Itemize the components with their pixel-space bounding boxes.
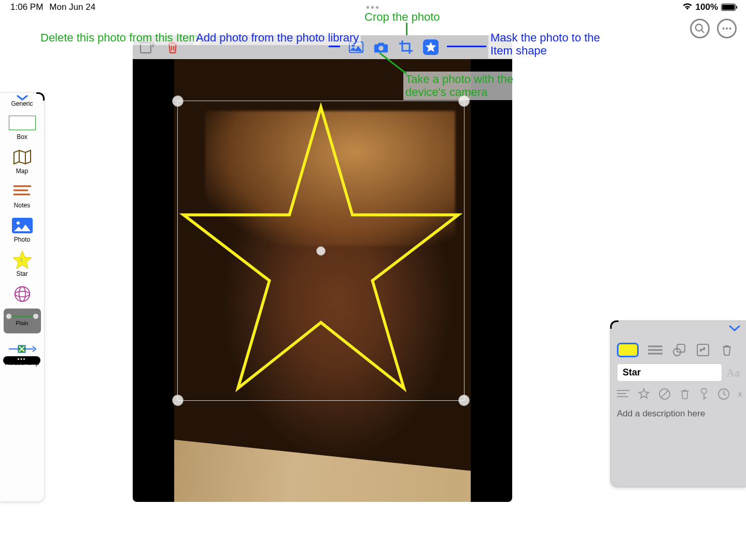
svg-line-1	[701, 30, 705, 33]
crop-handle-top-left[interactable]	[172, 95, 184, 107]
svg-line-37	[661, 390, 668, 398]
arrange-button[interactable]	[696, 343, 710, 357]
favorite-button[interactable]	[638, 387, 650, 401]
star-icon: ☾	[8, 251, 37, 268]
relationship-icon	[8, 341, 37, 357]
palette-item-label: Notes	[14, 202, 30, 209]
svg-point-0	[696, 24, 702, 31]
palette-item-label: Map	[16, 167, 28, 175]
inspector-panel: Star Aa x Add a description here	[610, 320, 746, 487]
palette-item-photo[interactable]: Photo	[4, 217, 41, 243]
description-field[interactable]: Add a description here	[617, 409, 740, 419]
battery-percent: 100%	[696, 2, 718, 12]
shape-button[interactable]	[672, 343, 686, 357]
palette-item-label: Star	[16, 270, 27, 277]
align-button[interactable]	[617, 387, 629, 401]
svg-point-3	[726, 27, 728, 30]
svg-point-20	[15, 291, 29, 297]
battery-icon	[721, 4, 736, 11]
annotation-camera: Take a photo with the device's camera	[403, 72, 528, 100]
inspector-collapse-button[interactable]	[728, 324, 741, 334]
wifi-icon	[682, 2, 693, 12]
status-date: Mon Jun 24	[49, 2, 95, 12]
map-icon	[8, 149, 37, 165]
svg-line-42	[379, 53, 406, 74]
history-button[interactable]	[717, 387, 730, 401]
key-button[interactable]	[699, 387, 709, 401]
palette-item-box[interactable]: Box	[4, 115, 41, 141]
item-palette: Generic Box Map Notes Photo ☾ Star •••	[0, 92, 45, 502]
crop-handle-bottom-left[interactable]	[172, 395, 184, 406]
text-style-button[interactable]: Aa	[726, 366, 740, 380]
line-style-button[interactable]	[648, 343, 663, 357]
notes-icon	[8, 183, 37, 200]
item-name-field[interactable]: Star	[617, 363, 722, 382]
svg-text:☾: ☾	[20, 258, 24, 263]
palette-category-label: Generic	[11, 100, 33, 107]
photo-icon	[8, 217, 37, 234]
delete-item-button[interactable]	[720, 343, 734, 357]
svg-point-2	[723, 27, 725, 30]
search-button[interactable]	[690, 19, 710, 38]
palette-pager-icon[interactable]: •••	[3, 356, 40, 365]
palette-item-label: Photo	[14, 236, 30, 243]
palette-category-picker[interactable]: Generic	[11, 94, 33, 107]
palette-item-globe[interactable]	[4, 286, 41, 302]
disable-button[interactable]	[658, 387, 671, 401]
more-button[interactable]	[717, 19, 737, 38]
palette-item-label: Box	[17, 133, 27, 141]
palette-item-star[interactable]: ☾ Star	[4, 251, 41, 277]
annotation-mask: Mask the photo to the Item shape	[488, 30, 626, 59]
svg-point-17	[17, 221, 20, 225]
svg-point-21	[19, 287, 25, 301]
svg-point-10	[378, 46, 383, 50]
crop-handle-bottom-right[interactable]	[458, 395, 470, 406]
svg-point-4	[729, 27, 731, 30]
annotation-crop: Crop the photo	[362, 9, 442, 24]
palette-item-notes[interactable]: Notes	[4, 183, 41, 209]
annotation-library: Add photo from the photo library	[194, 30, 361, 45]
palette-connector-plain[interactable]: Plain	[4, 309, 41, 333]
fill-color-swatch[interactable]	[617, 343, 639, 357]
clear-button[interactable]: x	[738, 390, 742, 398]
annotation-delete: Delete this photo from this Item	[38, 30, 200, 45]
crop-selection[interactable]	[177, 101, 465, 401]
palette-item-label: Plain	[16, 320, 28, 326]
trash-button[interactable]	[679, 387, 691, 401]
globe-icon	[8, 286, 37, 302]
mask-shape-button[interactable]	[423, 39, 439, 55]
svg-point-38	[701, 388, 707, 394]
palette-item-map[interactable]: Map	[4, 149, 41, 175]
status-time: 1:06 PM	[10, 2, 43, 12]
crop-handle-center[interactable]	[316, 246, 326, 256]
svg-point-19	[15, 287, 29, 301]
